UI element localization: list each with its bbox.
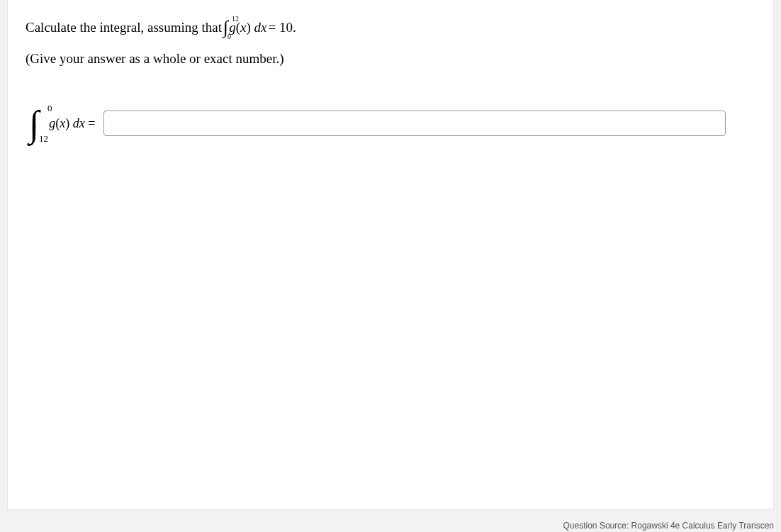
inline-equals-value: = 10. [268, 18, 296, 38]
question-prompt: Calculate the integral, assuming that ∫ … [26, 18, 755, 38]
prompt-text-before: Calculate the integral, assuming that [26, 18, 222, 38]
question-card: Calculate the integral, assuming that ∫ … [7, 0, 774, 510]
inline-integral-lower: 0 [227, 34, 231, 40]
inline-integral-symbol: ∫ 12 0 [223, 21, 228, 35]
answer-hint: (Give your answer as a whole or exact nu… [26, 51, 755, 67]
answer-row: ∫ 0 12 g(x) dx = [26, 109, 755, 139]
answer-input[interactable] [103, 111, 726, 136]
answer-integral-upper: 0 [47, 105, 52, 112]
answer-integral-symbol: ∫ 0 12 [29, 109, 39, 139]
answer-integral-lower: 12 [39, 135, 48, 142]
inline-integral-upper: 12 [232, 16, 239, 22]
answer-integrand: g(x) dx = [49, 116, 95, 131]
